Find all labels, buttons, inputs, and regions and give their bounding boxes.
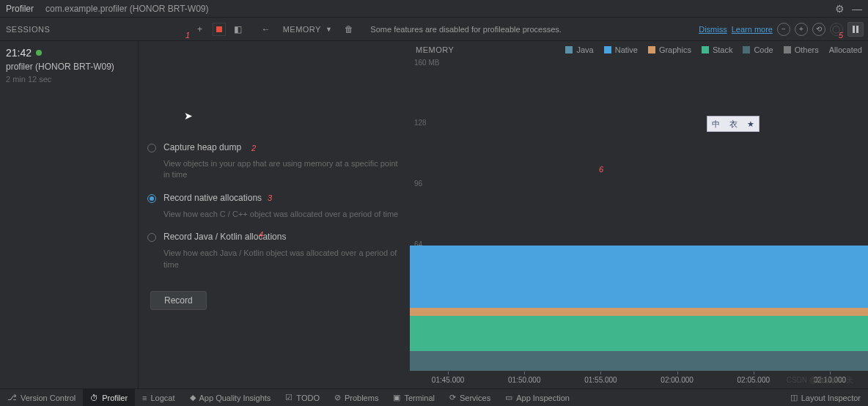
- radio-icon: [147, 144, 156, 152]
- annotation-1: 1: [185, 31, 190, 40]
- tab-terminal[interactable]: ▣ Terminal: [386, 389, 442, 406]
- title-bar: Profiler com.example.profiler (HONOR BRT…: [0, 0, 868, 18]
- tab-profiler[interactable]: ⏱ Profiler: [83, 389, 135, 406]
- option-native-alloc[interactable]: Record native allocations: [147, 193, 401, 203]
- pause-button[interactable]: [847, 22, 864, 37]
- x-tick: 02:00.000: [639, 376, 716, 384]
- tab-services[interactable]: ⟳ Services: [442, 389, 498, 406]
- minimize-icon[interactable]: —: [852, 3, 862, 15]
- chart-header: MEMORY Java Native Graphics Stack Code O…: [410, 41, 868, 59]
- tab-app-inspection[interactable]: ▭ App Inspection: [498, 389, 577, 406]
- sessions-label: SESSIONS: [0, 25, 56, 34]
- legend-native: Native: [604, 45, 638, 54]
- annotation-4: 4: [259, 230, 263, 239]
- back-icon[interactable]: ←: [260, 23, 273, 36]
- series-stack: [410, 316, 868, 351]
- annotation-3: 3: [268, 193, 272, 202]
- memory-chart[interactable]: MEMORY Java Native Graphics Stack Code O…: [410, 41, 868, 388]
- x-tick: 02:05.000: [716, 376, 792, 384]
- session-time-text: 21:42: [6, 47, 32, 59]
- radio-icon: [147, 233, 156, 242]
- chart-body[interactable]: 160 MB 128 96 64 32 6: [410, 59, 868, 371]
- option-heap-dump[interactable]: Capture heap dump: [147, 142, 401, 152]
- option-desc: View how each C / C++ object was allocat…: [163, 209, 401, 220]
- legend-allocated: Allocated: [829, 45, 862, 54]
- session-item[interactable]: 21:42 profiler (HONOR BRT-W09) 2 min 12 …: [0, 41, 138, 89]
- legend-stack: Stack: [702, 45, 733, 54]
- series-native: [410, 246, 868, 308]
- memory-dropdown[interactable]: MEMORY ▼: [283, 25, 333, 34]
- tab-todo[interactable]: ☑ TODO: [278, 389, 327, 406]
- option-label: Record native allocations: [163, 193, 262, 203]
- zoom-in-icon[interactable]: +: [795, 23, 808, 36]
- dismiss-link[interactable]: Dismiss: [699, 25, 727, 34]
- x-tick: 01:45.000: [410, 376, 486, 384]
- ime-btn[interactable]: ★: [747, 119, 754, 129]
- ime-btn[interactable]: 衣: [729, 119, 738, 130]
- record-panel: ➤ Capture heap dump 2 View objects in yo…: [139, 41, 410, 388]
- tab-problems[interactable]: ⊘ Problems: [327, 389, 386, 406]
- session-time: 21:42: [6, 47, 132, 59]
- memory-dropdown-label: MEMORY: [283, 25, 321, 34]
- legend-java: Java: [565, 45, 593, 54]
- learn-more-link[interactable]: Learn more: [732, 25, 773, 34]
- record-button[interactable]: Record: [150, 291, 207, 310]
- reset-zoom-icon[interactable]: ⟲: [812, 23, 825, 36]
- process-name[interactable]: com.example.profiler (HONOR BRT-W09): [45, 4, 209, 14]
- option-java-alloc[interactable]: Record Java / Kotlin allocations: [147, 232, 401, 242]
- option-desc: View objects in your app that are using …: [163, 158, 401, 181]
- session-duration: 2 min 12 sec: [6, 75, 132, 84]
- ime-btn[interactable]: 中: [712, 119, 720, 130]
- chevron-down-icon: ▼: [326, 26, 332, 33]
- cursor-icon: ➤: [184, 110, 193, 122]
- annotation-5: 5: [839, 31, 843, 40]
- legend-others: Others: [784, 45, 819, 54]
- sessions-panel: 21:42 profiler (HONOR BRT-W09) 2 min 12 …: [0, 41, 139, 388]
- chart-plot[interactable]: [410, 59, 868, 371]
- zoom-out-icon[interactable]: −: [777, 23, 790, 36]
- bottom-toolbar: ⎇ Version Control ⏱ Profiler ≡ Logcat ◆ …: [0, 388, 868, 406]
- ime-floating-bar[interactable]: 中 衣 ★: [707, 116, 760, 132]
- chart-title: MEMORY: [416, 45, 454, 54]
- x-tick: 01:50.000: [486, 376, 562, 384]
- tab-logcat[interactable]: ≡ Logcat: [135, 389, 182, 406]
- main-content: 21:42 profiler (HONOR BRT-W09) 2 min 12 …: [0, 41, 868, 388]
- option-desc: View how each Java / Kotlin object was a…: [163, 248, 401, 270]
- panel-icon[interactable]: ◧: [232, 23, 245, 36]
- option-label: Capture heap dump: [163, 142, 241, 152]
- tab-version-control[interactable]: ⎇ Version Control: [0, 389, 83, 406]
- series-code: [410, 351, 868, 371]
- legend-graphics: Graphics: [648, 45, 691, 54]
- toolbar: SESSIONS + ◧ ← MEMORY ▼ 1 🗑 Some feature…: [0, 18, 868, 41]
- session-name: profiler (HONOR BRT-W09): [6, 62, 132, 72]
- recording-options: Capture heap dump 2 View objects in your…: [147, 142, 401, 310]
- gear-icon[interactable]: ⚙: [835, 3, 845, 15]
- option-label: Record Java / Kotlin allocations: [163, 232, 286, 242]
- watermark: CSDN @搬砖换一天: [787, 375, 853, 385]
- tab-layout-inspector[interactable]: ◫ Layout Inspector: [783, 389, 868, 406]
- add-session-icon[interactable]: +: [194, 23, 207, 36]
- profiler-tab-label[interactable]: Profiler: [6, 4, 34, 14]
- chart-legend: Java Native Graphics Stack Code Others A…: [565, 45, 862, 54]
- radio-selected-icon: [147, 194, 156, 203]
- stop-button[interactable]: [213, 23, 226, 36]
- annotation-2: 2: [251, 144, 256, 152]
- trash-icon[interactable]: 🗑: [342, 23, 356, 36]
- series-graphics: [410, 308, 868, 316]
- legend-code: Code: [743, 45, 773, 54]
- tab-app-quality[interactable]: ◆ App Quality Insights: [183, 389, 279, 406]
- x-tick: 01:55.000: [562, 376, 639, 384]
- status-dot-icon: [36, 50, 42, 56]
- info-message: Some features are disabled for profileab…: [370, 25, 561, 34]
